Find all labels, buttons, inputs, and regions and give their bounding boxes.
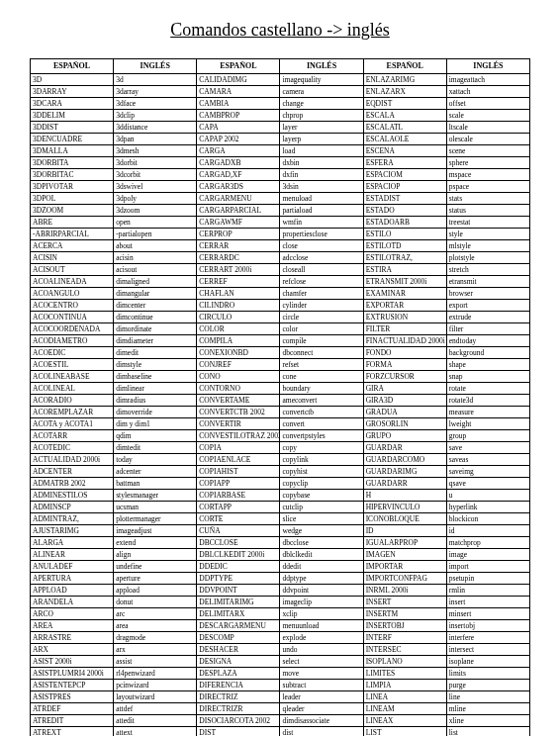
table-cell: 3DPOL bbox=[31, 192, 114, 204]
table-cell: ICONOBLOQUE bbox=[363, 512, 446, 524]
table-cell: stylesmanager bbox=[114, 489, 197, 501]
table-cell: 3ddistance bbox=[114, 121, 197, 133]
table-cell: GUARDAR bbox=[363, 441, 446, 453]
table-cell: plottermanager bbox=[114, 512, 197, 524]
table-cell: isoplane bbox=[446, 655, 529, 667]
table-cell: style bbox=[446, 228, 529, 239]
table-row: 3DPOL3dpolyCARGARMENUmenuloadESTADISTsta… bbox=[31, 192, 530, 204]
table-cell: 3dcorbit bbox=[114, 168, 197, 180]
table-cell: DELIMITARX bbox=[197, 607, 280, 619]
page-title: Comandos castellano -> inglés bbox=[30, 20, 530, 41]
column-header: ESPAÑOL bbox=[363, 59, 446, 74]
table-cell: INSERT bbox=[363, 596, 446, 607]
table-cell: DESCARGARMENU bbox=[197, 619, 280, 631]
table-row: ACOESTILdimstyleCONJREFrefsetFORMAshape bbox=[31, 358, 530, 370]
table-cell: ESTADOARB bbox=[363, 216, 446, 228]
table-cell: ADMATRB 2002 bbox=[31, 477, 114, 489]
table-cell: dimaligned bbox=[114, 275, 197, 287]
table-cell: move bbox=[280, 667, 363, 679]
table-cell: ameconvert bbox=[280, 394, 363, 406]
table-row: 3DDIST3ddistanceCAPAlayerESCALATLltscale bbox=[31, 121, 530, 133]
table-cell: dimdisassociate bbox=[280, 714, 363, 726]
table-row: 3DZOOM3dzoomCARGARPARCIALpartialoadESTAD… bbox=[31, 204, 530, 216]
table-row: 3DORBITA3dorbitCARGADXBdxbinESFERAsphere bbox=[31, 156, 530, 168]
table-cell: EXTRUSION bbox=[363, 311, 446, 322]
table-cell: propertiesclose bbox=[280, 228, 363, 239]
table-cell: H bbox=[363, 489, 446, 501]
table-cell: 3DZOOM bbox=[31, 204, 114, 216]
table-cell: GUARDARIMG bbox=[363, 465, 446, 477]
table-cell: attext bbox=[114, 726, 197, 736]
table-cell: extend bbox=[114, 536, 197, 548]
table-cell: 3dmesh bbox=[114, 144, 197, 156]
table-cell: about bbox=[114, 239, 197, 251]
table-cell: open bbox=[114, 216, 197, 228]
table-row: 3DPIVOTAR3dswivelCARGAR3DS3dsinESPACIOPp… bbox=[31, 180, 530, 192]
table-cell: save bbox=[446, 441, 529, 453]
table-cell: dbcclose bbox=[280, 536, 363, 548]
table-cell: APPLOAD bbox=[31, 584, 114, 596]
table-cell: ATRDEF bbox=[31, 702, 114, 714]
table-cell: status bbox=[446, 204, 529, 216]
table-cell: ALARGA bbox=[31, 536, 114, 548]
table-row: ACISINacisinCERRARDCadccloseESTILOTRAZ,p… bbox=[31, 251, 530, 263]
table-cell: AJUSTARIMG bbox=[31, 524, 114, 536]
table-cell: DIST bbox=[197, 726, 280, 736]
table-cell: insertobj bbox=[446, 619, 529, 631]
table-row: ACOALINEADAdimalignedCERREFrefcloseETRAN… bbox=[31, 275, 530, 287]
table-cell: DDVPOINT bbox=[197, 584, 280, 596]
table-cell: INSERTOBJ bbox=[363, 619, 446, 631]
table-cell: closeall bbox=[280, 263, 363, 275]
table-cell: dimtedit bbox=[114, 441, 197, 453]
table-cell: undefine bbox=[114, 560, 197, 572]
table-cell: dimedit bbox=[114, 346, 197, 358]
table-cell: export bbox=[446, 299, 529, 311]
table-row: ACTUALIDAD 2000itodayCOPIAENLACEcopylink… bbox=[31, 453, 530, 465]
table-row: ACERCAaboutCERRARcloseESTILOTDmlstyle bbox=[31, 239, 530, 251]
table-cell: 3dpan bbox=[114, 133, 197, 144]
table-row: ADMINSCPucsmanCORTAPPcutclipHIPERVINCULO… bbox=[31, 501, 530, 512]
table-cell: ddedit bbox=[280, 560, 363, 572]
table-cell: ACOCONTINUA bbox=[31, 311, 114, 322]
table-cell: dist bbox=[280, 726, 363, 736]
table-cell: -partialopen bbox=[114, 228, 197, 239]
table-cell: CUÑA bbox=[197, 524, 280, 536]
table-cell: ACOTARR bbox=[31, 429, 114, 441]
table-cell: wmfin bbox=[280, 216, 363, 228]
table-cell: assist bbox=[114, 655, 197, 667]
table-cell: CHAFLAN bbox=[197, 287, 280, 299]
table-cell: COPIAPP bbox=[197, 477, 280, 489]
table-cell: dim y dim1 bbox=[114, 417, 197, 429]
table-cell: color bbox=[280, 322, 363, 334]
table-cell: -ABRIRPARCIAL bbox=[31, 228, 114, 239]
table-cell: CIRCULO bbox=[197, 311, 280, 322]
table-row: ASIST 2000iassistDESIGNAselectISOPLANOis… bbox=[31, 655, 530, 667]
table-cell: ESCALAOLE bbox=[363, 133, 446, 144]
table-cell: dimcontinue bbox=[114, 311, 197, 322]
table-row: ADMINTRAZ,plottermanagerCORTEsliceICONOB… bbox=[31, 512, 530, 524]
table-cell: CERRAR bbox=[197, 239, 280, 251]
table-cell: dimordinate bbox=[114, 322, 197, 334]
table-cell: IMPORTAR bbox=[363, 560, 446, 572]
table-cell: camera bbox=[280, 85, 363, 97]
table-cell: load bbox=[280, 144, 363, 156]
table-cell: olescale bbox=[446, 133, 529, 144]
table-cell: 3DCARA bbox=[31, 97, 114, 109]
table-cell: ACERCA bbox=[31, 239, 114, 251]
table-cell: xattach bbox=[446, 85, 529, 97]
table-cell: hyperlink bbox=[446, 501, 529, 512]
table-cell: copyhist bbox=[280, 465, 363, 477]
table-cell: rmlin bbox=[446, 584, 529, 596]
table-cell: undo bbox=[280, 643, 363, 655]
table-row: APPLOADapploadDDVPOINTddvpointINRML 2000… bbox=[31, 584, 530, 596]
table-cell: align bbox=[114, 548, 197, 560]
table-cell: donut bbox=[114, 596, 197, 607]
table-cell: LINEAX bbox=[363, 714, 446, 726]
table-cell: cutclip bbox=[280, 501, 363, 512]
table-cell: xline bbox=[446, 714, 529, 726]
table-cell: ACOLINEABASE bbox=[31, 370, 114, 382]
table-row: ADCENTERadcenterCOPIAHISTcopyhistGUARDAR… bbox=[31, 465, 530, 477]
table-cell: CARGA bbox=[197, 144, 280, 156]
table-row: ACOTEDICdimteditCOPIAcopyGUARDARsave bbox=[31, 441, 530, 453]
table-cell: ACODIAMETRO bbox=[31, 334, 114, 346]
